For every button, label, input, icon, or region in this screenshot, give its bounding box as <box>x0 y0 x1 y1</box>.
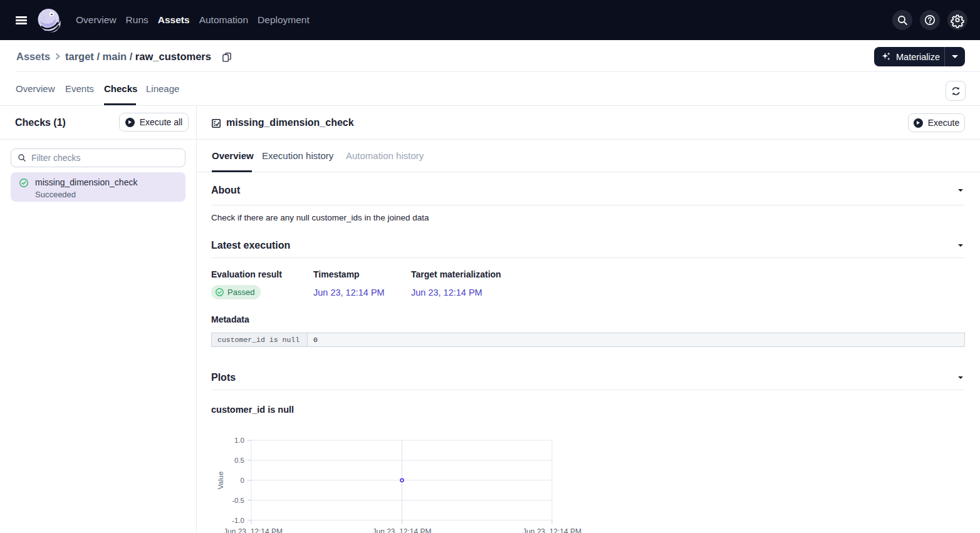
svg-text:0.5: 0.5 <box>234 457 244 464</box>
svg-text:0: 0 <box>241 477 244 484</box>
svg-text:Jun 23, 12:14 PM: Jun 23, 12:14 PM <box>523 527 581 533</box>
svg-text:1.0: 1.0 <box>234 437 244 444</box>
svg-text:-1.0: -1.0 <box>232 517 244 524</box>
svg-text:Jun 23, 12:14 PM: Jun 23, 12:14 PM <box>224 527 283 533</box>
svg-text:Jun 23, 12:14 PM: Jun 23, 12:14 PM <box>372 527 431 533</box>
svg-text:-0.5: -0.5 <box>232 497 244 504</box>
svg-text:Value: Value <box>217 472 224 490</box>
